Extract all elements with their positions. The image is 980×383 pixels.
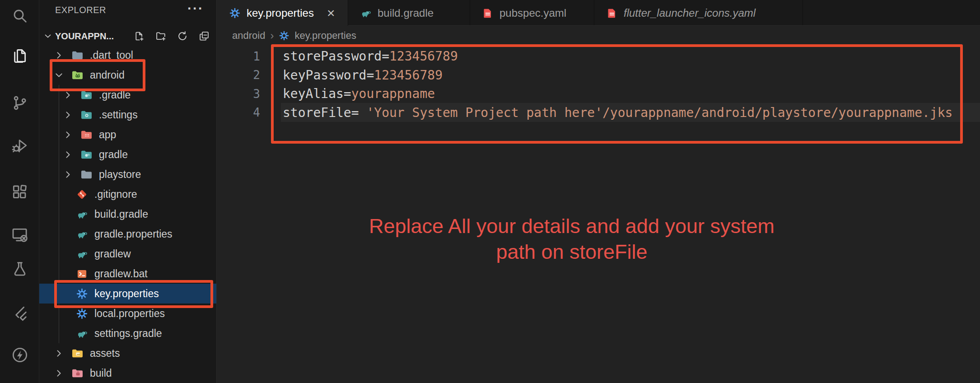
chevron-right-icon (53, 347, 65, 360)
folder-plain (80, 168, 93, 181)
folder-gradle (80, 89, 93, 101)
chevron-right-icon (62, 89, 74, 101)
tree-item-android[interactable]: android (39, 65, 216, 85)
close-icon[interactable]: × (327, 6, 335, 20)
gradle-icon (76, 208, 88, 220)
line-number: 1 (217, 50, 260, 63)
code-line-4: 4 storeFile= 'Your System Project path h… (217, 103, 980, 122)
files-icon (11, 47, 29, 65)
tab-bar: key.properties× build.gradle pubspec.yam… (217, 0, 980, 26)
tab-label: pubspec.yaml (499, 7, 566, 19)
tree-item-build[interactable]: build (39, 363, 216, 383)
folder-app (80, 129, 93, 141)
extensions-icon (11, 183, 29, 201)
activity-item-extensions[interactable] (9, 182, 30, 202)
tree-item-label: gradlew (94, 248, 131, 260)
chevron-right-icon (62, 129, 74, 141)
workspace-section-header[interactable]: YOURAPPN... (39, 26, 216, 46)
property-value: yourappname (351, 86, 435, 101)
tree-item-dart-tool[interactable]: .dart_tool (39, 45, 216, 65)
code-line-3: 3 keyAlias=yourappname (217, 84, 980, 103)
tab-label: build.gradle (378, 7, 434, 19)
tree-item-label: settings.gradle (94, 327, 162, 340)
breadcrumb: android › key.properties (217, 26, 980, 45)
tree-item-label: playstore (99, 168, 141, 181)
gradle-icon (76, 228, 88, 240)
tree-item-label: .gitignore (94, 188, 137, 201)
chevron-down-icon (53, 69, 65, 81)
tree-item-app[interactable]: app (39, 125, 216, 145)
tree-item-label: key.properties (94, 288, 159, 300)
tree-item-label: app (99, 129, 116, 141)
folder-dart-tool (71, 49, 84, 61)
tree-item-label: gradle (99, 149, 128, 161)
activity-bar (0, 0, 39, 383)
source-control-icon (11, 94, 29, 112)
tree-item-local-properties[interactable]: local.properties (39, 304, 216, 323)
chevron-right-icon (62, 149, 74, 161)
activity-item-search[interactable] (9, 5, 30, 26)
property-key: keyPassword= (283, 68, 374, 83)
tree-item-gradle[interactable]: .gradle (39, 85, 216, 105)
tree-item-label: gradlew.bat (94, 268, 148, 280)
tree-item-gradle[interactable]: gradle (39, 145, 216, 164)
property-key: storeFile= (283, 105, 359, 120)
annotation-line-1: Replace All your details and add your sy… (289, 213, 854, 239)
gear-icon (279, 30, 289, 41)
tab-pubspec-yaml[interactable]: pubspec.yaml (470, 0, 594, 26)
property-key: storePassword= (283, 49, 389, 64)
activity-item-explorer[interactable] (9, 45, 30, 66)
activity-item-source-control[interactable] (9, 93, 30, 113)
collapse-all-icon[interactable] (198, 30, 210, 42)
tree-item-settings-gradle[interactable]: settings.gradle (39, 323, 216, 343)
breadcrumb-file[interactable]: key.properties (294, 30, 356, 42)
gear-icon (76, 308, 88, 320)
refresh-icon[interactable] (177, 30, 188, 42)
folder-assets (71, 347, 84, 360)
code-line-2: 2 keyPassword=123456789 (217, 66, 980, 85)
new-file-icon[interactable] (133, 30, 145, 42)
activity-item-thunder-client[interactable] (9, 345, 30, 365)
chevron-right-icon (53, 49, 65, 61)
more-actions-icon[interactable]: ··· (187, 1, 204, 16)
tree-item-gitignore[interactable]: .gitignore (39, 184, 216, 204)
tree-item-label: local.properties (94, 308, 165, 320)
tree-item-label: assets (90, 347, 120, 360)
folder-android (71, 69, 84, 81)
thunder-client-icon (11, 346, 29, 364)
testing-icon (11, 260, 29, 278)
tree-item-playstore[interactable]: playstore (39, 164, 216, 184)
activity-item-remote-explorer[interactable] (9, 224, 30, 245)
gear-icon (229, 7, 241, 19)
tree-item-key-properties[interactable]: key.properties (39, 284, 216, 304)
folder-build (71, 367, 84, 379)
tree-item-build-gradle[interactable]: build.gradle (39, 204, 216, 224)
search-icon (11, 7, 29, 25)
tree-item-label: build (90, 367, 112, 379)
new-folder-icon[interactable] (155, 30, 167, 42)
tree-item-settings[interactable]: .settings (39, 105, 216, 125)
tree-item-gradlew[interactable]: gradlew (39, 244, 216, 264)
flutter-icon (11, 304, 29, 322)
property-value: 123456789 (374, 68, 443, 83)
activity-item-testing[interactable] (9, 258, 30, 279)
activity-item-run-and-debug[interactable] (9, 135, 30, 156)
property-key: keyAlias= (283, 86, 351, 101)
tree-item-label: .dart_tool (90, 49, 133, 61)
breadcrumb-folder[interactable]: android (232, 30, 265, 42)
tab-build-gradle[interactable]: build.gradle (348, 0, 470, 26)
tree-item-label: android (90, 69, 125, 81)
file-tree: .dart_tool android .gradle .settings app… (39, 45, 216, 383)
gradle-icon (76, 327, 88, 340)
tree-item-gradle-properties[interactable]: gradle.properties (39, 224, 216, 244)
activity-item-flutter[interactable] (9, 303, 30, 324)
tree-item-assets[interactable]: assets (39, 343, 216, 363)
chevron-right-icon (53, 367, 65, 379)
tab-flutter-launcher-icons-yaml[interactable]: flutter_launcher_icons.yaml (594, 0, 803, 26)
property-value: 123456789 (389, 49, 458, 64)
tab-key-properties[interactable]: key.properties× (217, 0, 348, 26)
tree-item-gradlew-bat[interactable]: gradlew.bat (39, 264, 216, 284)
gradle-icon (360, 7, 372, 19)
editor-group: key.properties× build.gradle pubspec.yam… (217, 0, 980, 383)
code-area[interactable]: 1 storePassword=123456789 2 keyPassword=… (217, 47, 980, 122)
